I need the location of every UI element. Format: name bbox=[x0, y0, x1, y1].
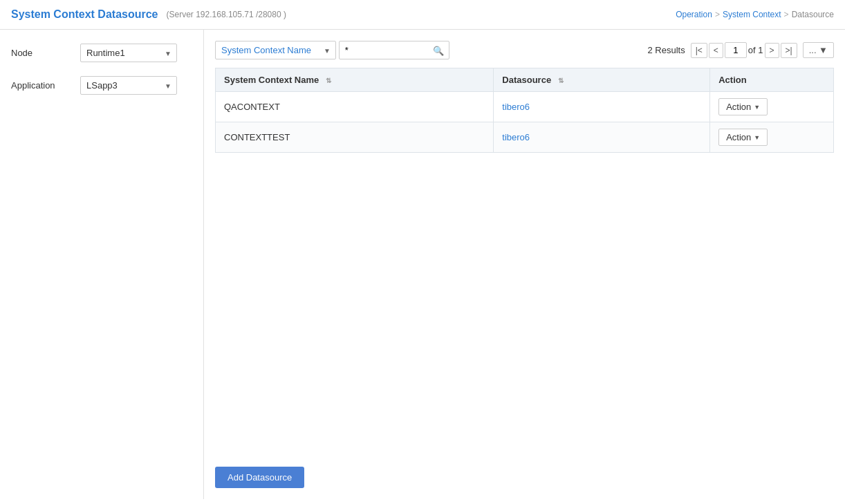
main-layout: Node Runtime1 ▼ Application LSapp3 ▼ Sys… bbox=[0, 30, 845, 499]
top-controls: System Context NameDatasource ▼ 🔍 2 Resu… bbox=[215, 41, 834, 59]
prev-page-button[interactable]: < bbox=[709, 43, 723, 58]
col-header-datasource: Datasource ⇅ bbox=[494, 68, 710, 92]
application-select-wrapper: LSapp3 ▼ bbox=[80, 76, 177, 95]
action-button[interactable]: Action ▼ bbox=[718, 129, 768, 146]
datasource-link[interactable]: tibero6 bbox=[502, 102, 530, 112]
cell-datasource: tibero6 bbox=[494, 92, 710, 122]
search-icon[interactable]: 🔍 bbox=[433, 45, 444, 55]
breadcrumb-operation[interactable]: Operation bbox=[676, 10, 712, 19]
add-datasource-button[interactable]: Add Datasource bbox=[215, 467, 304, 488]
results-count: 2 Results bbox=[648, 45, 685, 55]
sidebar: Node Runtime1 ▼ Application LSapp3 ▼ bbox=[0, 30, 204, 499]
page-of-label: of 1 bbox=[748, 45, 763, 55]
header: System Context Datasource (Server 192.16… bbox=[0, 0, 845, 30]
content-area: System Context NameDatasource ▼ 🔍 2 Resu… bbox=[204, 30, 845, 499]
more-options-button[interactable]: ... ▼ bbox=[803, 42, 834, 58]
last-page-button[interactable]: >| bbox=[781, 43, 797, 58]
application-field-group: Application LSapp3 ▼ bbox=[11, 76, 192, 95]
action-dropdown-arrow-icon: ▼ bbox=[754, 134, 760, 141]
application-label: Application bbox=[11, 80, 73, 91]
breadcrumb-datasource: Datasource bbox=[792, 10, 834, 19]
next-page-button[interactable]: > bbox=[765, 43, 779, 58]
page-title: System Context Datasource bbox=[11, 8, 158, 21]
cell-datasource: tibero6 bbox=[494, 122, 710, 153]
node-select-wrapper: Runtime1 ▼ bbox=[80, 44, 177, 62]
breadcrumb-sep1: > bbox=[715, 10, 720, 19]
results-bar: 2 Results |< < of 1 > >| ... ▼ bbox=[648, 42, 835, 58]
node-label: Node bbox=[11, 48, 73, 58]
breadcrumb-system-context[interactable]: System Context bbox=[723, 10, 781, 19]
search-input-wrapper: 🔍 bbox=[339, 41, 449, 59]
application-select[interactable]: LSapp3 bbox=[80, 76, 177, 95]
pagination: |< < of 1 > >| bbox=[691, 42, 797, 58]
cell-action: Action ▼ bbox=[710, 122, 834, 153]
action-button[interactable]: Action ▼ bbox=[718, 98, 768, 115]
node-select[interactable]: Runtime1 bbox=[80, 44, 177, 62]
datasource-link[interactable]: tibero6 bbox=[502, 132, 530, 142]
data-table: System Context Name ⇅ Datasource ⇅ Actio… bbox=[215, 68, 834, 153]
breadcrumb: Operation > System Context > Datasource bbox=[676, 10, 834, 19]
node-field-group: Node Runtime1 ▼ bbox=[11, 44, 192, 62]
table-header-row: System Context Name ⇅ Datasource ⇅ Actio… bbox=[216, 68, 834, 92]
breadcrumb-sep2: > bbox=[784, 10, 789, 19]
sort-name-icon[interactable]: ⇅ bbox=[326, 77, 331, 84]
table-row: QACONTEXTtibero6Action ▼ bbox=[216, 92, 834, 122]
bottom-section: Add Datasource bbox=[215, 456, 834, 488]
filter-select-wrapper: System Context NameDatasource ▼ bbox=[215, 41, 336, 59]
action-dropdown-arrow-icon: ▼ bbox=[754, 104, 760, 111]
first-page-button[interactable]: |< bbox=[691, 43, 707, 58]
table-row: CONTEXTTESTtibero6Action ▼ bbox=[216, 122, 834, 153]
sort-datasource-icon[interactable]: ⇅ bbox=[558, 77, 564, 84]
col-header-name: System Context Name ⇅ bbox=[216, 68, 494, 92]
col-header-action: Action bbox=[710, 68, 834, 92]
table-wrapper: System Context Name ⇅ Datasource ⇅ Actio… bbox=[215, 68, 834, 456]
cell-context-name: CONTEXTTEST bbox=[216, 122, 494, 153]
filter-select[interactable]: System Context NameDatasource bbox=[215, 41, 336, 59]
page-number-input[interactable] bbox=[725, 42, 747, 58]
cell-context-name: QACONTEXT bbox=[216, 92, 494, 122]
server-info: (Server 192.168.105.71 /28080 ) bbox=[167, 10, 286, 19]
cell-action: Action ▼ bbox=[710, 92, 834, 122]
